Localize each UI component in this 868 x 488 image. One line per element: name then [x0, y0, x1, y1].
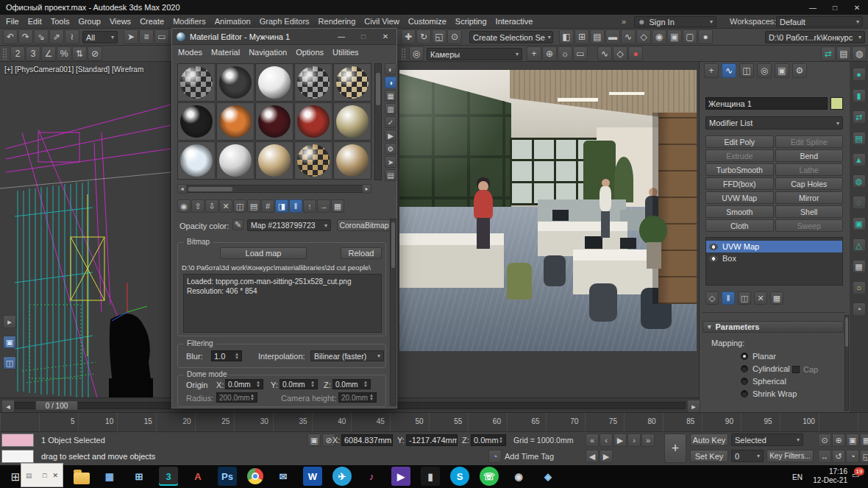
music-icon[interactable]: ♪: [362, 467, 381, 486]
selection-region-icon[interactable]: ▭: [154, 29, 169, 44]
play-icon[interactable]: ▶: [613, 434, 627, 447]
next-key-icon[interactable]: ▶: [600, 450, 613, 463]
macro-recorder-field[interactable]: [1, 434, 34, 447]
wireframe-viewport[interactable]: [+] [PhysCamera001] [Standard] [Wirefram…: [0, 62, 171, 397]
modifier-list-dropdown[interactable]: Modifier List: [705, 116, 843, 130]
material-editor-menu-item[interactable]: Options: [291, 48, 328, 57]
workspace-selector[interactable]: Default: [776, 16, 863, 27]
background-icon[interactable]: ▦: [385, 90, 396, 102]
bind-to-space-warp-icon[interactable]: ≀: [65, 29, 79, 44]
movies-icon[interactable]: ▶: [391, 467, 410, 486]
make-preview-icon[interactable]: ▶: [385, 130, 396, 141]
show-end-result-icon[interactable]: ‖: [289, 199, 302, 213]
select-by-material-icon[interactable]: ➤: [385, 156, 396, 168]
backlight-icon[interactable]: ◑: [385, 77, 396, 88]
maximize-viewport-icon[interactable]: ◱: [860, 450, 868, 463]
menu-overflow-chevron[interactable]: »: [622, 17, 626, 26]
snaps-toggle-2d-icon[interactable]: 2: [10, 46, 25, 61]
close-button[interactable]: ✕: [846, 0, 868, 15]
schematic-view-icon[interactable]: ◇: [636, 29, 651, 44]
material-sample[interactable]: [216, 63, 255, 102]
options-icon[interactable]: ⚙: [385, 143, 396, 155]
material-sample[interactable]: [177, 141, 216, 180]
swap-viewports-icon[interactable]: ⇄: [821, 46, 836, 61]
selection-lock-icon[interactable]: ⊘: [88, 46, 102, 61]
load-map-button[interactable]: Load map: [220, 247, 307, 259]
percent-snap-icon[interactable]: %: [57, 46, 71, 61]
sample-tiling-icon[interactable]: ▥: [385, 103, 396, 115]
scene-explorer-icon[interactable]: ▤: [590, 29, 605, 44]
selection-filter-dropdown[interactable]: All: [82, 31, 118, 43]
render-production-icon[interactable]: ●: [698, 29, 713, 44]
ribbon-icon[interactable]: ▬: [605, 29, 620, 44]
zoom-all-icon[interactable]: ⊕: [832, 434, 845, 447]
mail-icon[interactable]: ✉: [274, 467, 293, 486]
sample-grid-scrollbar[interactable]: [374, 63, 382, 180]
language-indicator[interactable]: EN: [789, 470, 806, 484]
panel-scrollbar[interactable]: [844, 315, 849, 411]
toolbar-grip[interactable]: [2, 48, 7, 60]
minimize-button[interactable]: —: [802, 0, 824, 15]
material-sample[interactable]: [333, 102, 371, 141]
schematic-icon[interactable]: ◇: [613, 46, 627, 61]
make-unique-icon[interactable]: ◫: [233, 199, 246, 213]
material-sample[interactable]: [216, 102, 255, 141]
go-to-end-icon[interactable]: »: [641, 434, 655, 447]
material-navigator-icon[interactable]: ▤: [385, 169, 396, 181]
selection-set-dropdown[interactable]: Selected: [731, 434, 803, 446]
object-color-swatch[interactable]: [830, 97, 843, 110]
menu-item[interactable]: Civil View: [360, 17, 403, 26]
reload-button[interactable]: Reload: [341, 247, 382, 259]
select-object-icon[interactable]: ➤: [124, 29, 138, 44]
menu-item[interactable]: Scripting: [451, 17, 491, 26]
select-and-move-icon[interactable]: ✚: [401, 29, 416, 44]
modifier-ffd-box[interactable]: FFD(box): [705, 177, 774, 190]
material-params-scrollbar[interactable]: [390, 219, 396, 406]
track-bar[interactable]: 5101520253035404550556065707580859095100: [0, 412, 868, 431]
modifier-turbosmooth[interactable]: TurboSmooth: [705, 163, 774, 176]
orbit-icon[interactable]: ↺: [832, 450, 845, 463]
plate-icon[interactable]: ◌: [853, 196, 866, 209]
cap-checkbox-icon[interactable]: [792, 366, 800, 373]
material-editor-menu-item[interactable]: Modes: [174, 48, 207, 57]
select-and-place-icon[interactable]: ⊙: [447, 29, 462, 44]
time-slider-right-arrow-icon[interactable]: ▸: [687, 400, 700, 413]
pan-hand-icon[interactable]: ◔: [853, 303, 866, 316]
material-sample[interactable]: [294, 63, 332, 102]
create-camera-icon[interactable]: +: [527, 46, 541, 61]
put-to-library-icon[interactable]: ▤: [247, 199, 260, 213]
menu-item[interactable]: Edit: [24, 17, 46, 26]
camera-app-icon[interactable]: ◉: [509, 467, 528, 486]
x-coordinate-field[interactable]: 6084.837mm: [341, 434, 393, 446]
material-sample[interactable]: [255, 141, 294, 180]
figure-icon[interactable]: ▲: [853, 153, 866, 166]
camera-selector-dropdown[interactable]: Камеры: [427, 48, 522, 60]
track-view-icon[interactable]: ∿: [597, 46, 612, 61]
capsule-primitive-icon[interactable]: ▮: [853, 89, 866, 102]
utilities-tab[interactable]: ⚙: [792, 63, 807, 78]
modifier-shell[interactable]: Shell: [775, 205, 844, 218]
parameters-rollout-header[interactable]: Parameters: [702, 321, 844, 333]
modifier-edit-spline[interactable]: Edit Spline: [775, 135, 844, 148]
scroll-left-icon[interactable]: ◂: [177, 184, 187, 194]
material-sample[interactable]: [333, 141, 371, 180]
material-editor-icon[interactable]: ◉: [652, 29, 666, 44]
named-selection-set-combobox[interactable]: Create Selection Se: [469, 31, 553, 43]
mapping-planar[interactable]: Planar: [741, 350, 797, 362]
viewport-label[interactable]: [+] [PhysCamera001] [Standard] [Wirefram: [4, 66, 143, 74]
field-of-view-icon[interactable]: ◔: [846, 450, 859, 463]
notification-center-icon[interactable]: ▭ 19: [852, 470, 859, 480]
render-setup-icon[interactable]: ▣: [667, 29, 682, 44]
spinner-snap-icon[interactable]: ⇅: [72, 46, 87, 61]
go-to-parent-icon[interactable]: ↑: [303, 199, 316, 213]
modifier-lathe[interactable]: Lathe: [775, 163, 844, 176]
key-filters-button[interactable]: Key Filters...: [766, 450, 814, 462]
viewport-display-icon[interactable]: ▭: [573, 46, 588, 61]
modifier-uvw-map[interactable]: UVW Map: [705, 191, 774, 204]
viewport-layout-tab2-icon[interactable]: ◫: [3, 356, 16, 369]
book-icon[interactable]: ▤: [853, 132, 866, 145]
time-slider-handle[interactable]: 0 / 100: [35, 400, 78, 411]
zoom-extents-all-icon[interactable]: ▦: [860, 434, 868, 447]
cap-checkbox-row[interactable]: Cap: [792, 365, 818, 374]
camera-target-icon[interactable]: ⊕: [542, 46, 557, 61]
